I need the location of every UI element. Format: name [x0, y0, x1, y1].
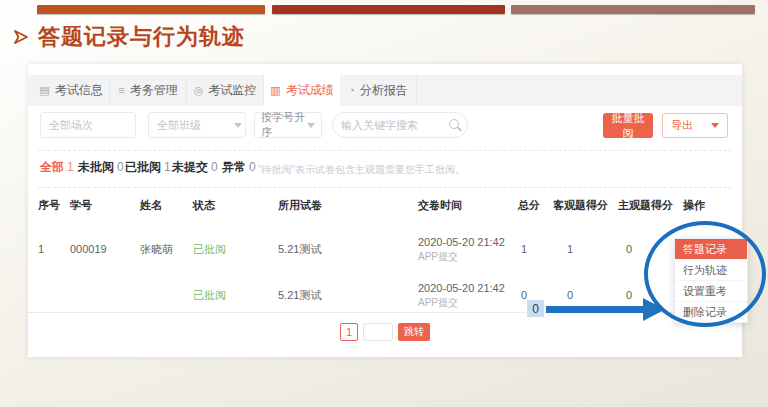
annotation-arrow-icon — [546, 297, 666, 323]
filter-count: 1 — [67, 160, 74, 174]
table-header: 序号 学号 姓名 状态 所用试卷 交卷时间 总分 客观题得分 主观题得分 操作 — [28, 190, 742, 220]
row-action-menu: 答题记录 行为轨迹 设置重考 删除记录 — [674, 238, 748, 323]
col-total-score: 总分 — [518, 190, 540, 220]
chevron-down-icon — [307, 123, 315, 128]
page-title: 答题记录与行为轨迹 — [38, 22, 245, 52]
tab-exam-monitor[interactable]: ◎ 考试监控 — [187, 75, 264, 106]
col-operation: 操作 — [683, 190, 705, 220]
tab-exam-results[interactable]: ▥ 考试成绩 — [264, 75, 340, 106]
accent-bar-3 — [511, 5, 755, 14]
submit-time: 2020-05-20 21:42 — [418, 282, 505, 294]
col-objective-score: 客观题得分 — [553, 190, 608, 220]
menu-item-answer-record[interactable]: 答题记录 — [675, 239, 747, 260]
status-filter-row: 全部1 未批阅0 已批阅1 未提交0 异常0 "待批阅"表示试卷包含主观题需要您… — [28, 158, 742, 176]
menu-item-delete-record[interactable]: 删除记录 — [675, 302, 747, 322]
chevron-down-icon — [234, 123, 242, 128]
cell-paper: 5.21测试 — [278, 242, 321, 257]
filter-count: 0 — [249, 160, 256, 174]
batch-review-button[interactable]: 批量批阅 — [603, 113, 653, 138]
cell-submit-time: 2020-05-20 21:42 APP提交 — [418, 235, 505, 264]
sort-select[interactable]: 按学号升序 — [254, 112, 322, 138]
exam-results-icon: ▥ — [270, 85, 280, 96]
filter-label: 异常 — [222, 160, 246, 174]
submit-time: 2020-05-20 21:42 — [418, 236, 505, 248]
status-badge: 已批阅 — [193, 288, 226, 303]
slide-title-row: 答题记录与行为轨迹 — [13, 22, 245, 52]
col-name: 姓名 — [140, 190, 162, 220]
filter-label: 全部 — [40, 160, 64, 174]
filter-abnormal[interactable]: 异常0 — [222, 158, 256, 176]
filter-unreviewed[interactable]: 未批阅0 — [78, 158, 124, 176]
filter-count: 1 — [164, 160, 171, 174]
separator — [38, 187, 732, 188]
col-student-id: 学号 — [70, 190, 92, 220]
accent-bar-1 — [37, 5, 265, 14]
chevron-down-icon — [711, 123, 719, 128]
cell-total: 1 — [521, 243, 527, 255]
menu-item-behavior-track[interactable]: 行为轨迹 — [675, 260, 747, 281]
col-submit-time: 交卷时间 — [418, 190, 462, 220]
cell-paper: 5.21测试 — [278, 288, 321, 303]
page-jump-button[interactable]: 跳转 — [398, 323, 430, 341]
filter-unsubmitted[interactable]: 未提交0 — [172, 158, 218, 176]
tab-bar: ▤ 考试信息 ≡ 考务管理 ◎ 考试监控 ▥ 考试成绩 ◔ 分析报告 — [28, 75, 742, 106]
cell-no: 1 — [38, 243, 44, 255]
cell-objective: 1 — [567, 243, 573, 255]
col-no: 序号 — [38, 190, 60, 220]
page-button[interactable]: 1 — [340, 323, 358, 341]
filter-count: 0 — [117, 160, 124, 174]
separator — [38, 150, 732, 151]
tab-analysis-report[interactable]: ◔ 分析报告 — [340, 75, 417, 106]
filter-label: 未批阅 — [78, 160, 114, 174]
col-status: 状态 — [193, 190, 215, 220]
highlighted-value: 0 — [527, 300, 544, 317]
exam-info-icon: ▤ — [39, 85, 49, 96]
review-hint-text: "待批阅"表示试卷包含主观题需要您手工批阅。 — [258, 161, 465, 179]
class-select[interactable] — [148, 112, 246, 138]
col-paper: 所用试卷 — [278, 190, 322, 220]
menu-item-set-retake[interactable]: 设置重考 — [675, 281, 747, 302]
arrow-bullet-icon — [13, 29, 29, 45]
filter-label: 已批阅 — [125, 160, 161, 174]
export-button[interactable]: 导出 — [662, 113, 728, 138]
search-input[interactable] — [332, 112, 468, 138]
tab-label: 考试监控 — [208, 82, 256, 99]
filter-reviewed[interactable]: 已批阅1 — [125, 158, 171, 176]
col-subjective-score: 主观题得分 — [618, 190, 673, 220]
status-badge: 已批阅 — [193, 242, 226, 257]
tab-exam-admin[interactable]: ≡ 考务管理 — [110, 75, 187, 106]
filter-count: 0 — [211, 160, 218, 174]
submit-channel: APP提交 — [418, 251, 458, 262]
cell-name: 张晓萌 — [140, 242, 173, 257]
tab-label: 考试成绩 — [286, 82, 334, 99]
tab-label: 考务管理 — [130, 82, 178, 99]
cell-subjective: 0 — [626, 243, 632, 255]
submit-channel: APP提交 — [418, 297, 458, 308]
tab-exam-info[interactable]: ▤ 考试信息 — [33, 75, 110, 106]
slide: 答题记录与行为轨迹 ▤ 考试信息 ≡ 考务管理 ◎ 考试监控 ▥ 考试成绩 ◔ — [0, 0, 768, 407]
tab-label: 分析报告 — [360, 82, 408, 99]
accent-bar-2 — [272, 5, 505, 14]
session-select[interactable] — [40, 112, 136, 138]
exam-admin-icon: ≡ — [118, 85, 124, 96]
filter-row: 按学号升序 批量批阅 导出 — [28, 112, 742, 140]
tab-label: 考试信息 — [55, 82, 103, 99]
search-icon — [449, 119, 459, 129]
sort-select-value: 按学号升序 — [261, 110, 307, 140]
cell-submit-time: 2020-05-20 21:42 APP提交 — [418, 281, 505, 310]
filter-label: 未提交 — [172, 160, 208, 174]
table-row: 1 000019 张晓萌 已批阅 5.21测试 2020-05-20 21:42… — [28, 220, 742, 278]
page-jump-input[interactable] — [363, 323, 393, 341]
analysis-report-icon: ◔ — [348, 85, 355, 96]
cell-student-id: 000019 — [70, 243, 107, 255]
pagination: 1 跳转 — [28, 322, 742, 342]
exam-monitor-icon: ◎ — [194, 85, 204, 96]
filter-all[interactable]: 全部1 — [40, 158, 74, 176]
export-label: 导出 — [671, 118, 693, 133]
